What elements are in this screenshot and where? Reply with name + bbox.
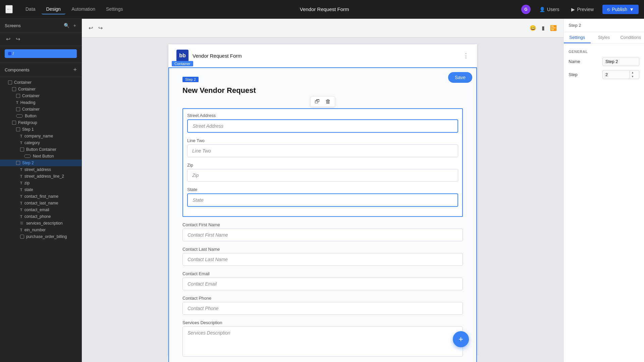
publish-label: Publish	[612, 7, 627, 12]
tree-item-heading[interactable]: T Heading	[0, 99, 82, 106]
screens-section: /	[0, 46, 82, 63]
tree-item-category[interactable]: T category	[0, 139, 82, 146]
tree-item-container-1[interactable]: Container	[0, 86, 82, 93]
field-line-two: Line Two Line Two	[187, 138, 458, 157]
tree-item-container-2[interactable]: Container	[0, 93, 82, 99]
tree-item-purchase-order-billing[interactable]: purchase_order_billing	[0, 233, 82, 240]
device-buttons: 😀 ▮ 📴	[528, 23, 558, 33]
undo-button[interactable]: ↩	[5, 35, 12, 43]
contact-email-label: Contact Email	[182, 271, 463, 276]
duplicate-icon[interactable]: 🗗	[313, 98, 321, 105]
tree-item-company-name[interactable]: T company_name	[0, 133, 82, 139]
tree-item-contact-first-name[interactable]: T contact_first_name	[0, 193, 82, 200]
tree-item-services-description[interactable]: ☰ services_description	[0, 220, 82, 227]
text-icon: T	[16, 101, 18, 105]
canvas-toolbar: ↩ ↪ 😀 ▮ 📴	[82, 19, 564, 38]
tree-label: Step 2	[22, 161, 34, 165]
canvas-toolbar-undo: ↩ ↪	[0, 33, 82, 46]
check-icon	[20, 235, 24, 239]
nav-tab-data[interactable]: Data	[21, 4, 40, 14]
services-description-label: Services Description	[182, 320, 463, 325]
tablet-view-button[interactable]: ▮	[540, 23, 546, 33]
tree-item-street-address[interactable]: T street_address	[0, 166, 82, 173]
tree-item-container-0[interactable]: Container	[0, 79, 82, 86]
save-button[interactable]: Save	[448, 72, 472, 83]
undo-button[interactable]: ↩	[87, 23, 94, 33]
tree-label: purchase_order_billing	[26, 234, 67, 239]
text-icon: T	[20, 215, 22, 219]
contact-email-input[interactable]: Contact Email	[182, 278, 463, 290]
nav-tab-automation[interactable]: Automation	[67, 4, 100, 14]
tree-item-state[interactable]: T state	[0, 186, 82, 193]
component-tree: Container Container Container T Heading …	[0, 77, 82, 362]
fab-add-button[interactable]: +	[453, 331, 469, 347]
form-header: bb Vendor Request Form ⋮	[168, 44, 477, 67]
publish-button[interactable]: ⎋ Publish ▼	[602, 5, 639, 14]
form-main-heading: New Vendor Request	[182, 86, 256, 95]
state-input[interactable]: State	[187, 193, 458, 207]
text-icon: T	[20, 134, 22, 138]
form-logo: bb	[176, 50, 189, 62]
tab-conditions[interactable]: Conditions	[617, 32, 644, 43]
tab-styles[interactable]: Styles	[591, 32, 618, 43]
contact-last-name-input[interactable]: Contact Last Name	[182, 253, 463, 266]
tree-item-fieldgroup[interactable]: Fieldgroup	[0, 119, 82, 126]
screen-item-root[interactable]: /	[5, 49, 77, 58]
step-decrement-button[interactable]: ▼	[630, 75, 635, 79]
step-icon	[16, 161, 20, 165]
nav-tab-design[interactable]: Design	[42, 4, 66, 14]
tree-item-ein-number[interactable]: T ein_number	[0, 227, 82, 233]
tab-settings[interactable]: Settings	[564, 32, 591, 43]
redo-button[interactable]: ↪	[97, 23, 104, 33]
form-body: Step 2 New Vendor Request Save Street Ad…	[168, 67, 477, 362]
box-icon	[16, 94, 20, 98]
tree-item-step1[interactable]: Step 1	[0, 126, 82, 133]
tree-item-next-button[interactable]: Next Button	[0, 153, 82, 160]
contact-phone-input[interactable]: Contact Phone	[182, 302, 463, 315]
users-button[interactable]: 👤 Users	[536, 5, 563, 14]
field-state: State State	[187, 187, 458, 207]
services-description-input[interactable]: Services Description	[182, 326, 463, 357]
main-layout: Screens 🔍 + ↩ ↪ / Components + Container	[0, 19, 644, 362]
text-icon: T	[20, 174, 22, 178]
tree-item-zip[interactable]: T zip	[0, 180, 82, 186]
delete-icon[interactable]: 🗑	[324, 98, 332, 105]
add-screen-icon[interactable]: +	[73, 22, 77, 29]
step-icon	[16, 127, 20, 131]
contact-first-name-input[interactable]: Contact First Name	[182, 229, 463, 241]
tree-item-contact-phone[interactable]: T contact_phone	[0, 213, 82, 220]
users-icon: 👤	[539, 7, 545, 12]
field-toolbar: 🗗 🗑	[310, 96, 335, 107]
redo-button[interactable]: ↪	[14, 35, 21, 43]
contact-first-name-label: Contact First Name	[182, 222, 463, 227]
tree-item-street-address-line2[interactable]: T street_address_line_2	[0, 173, 82, 180]
tree-item-step2[interactable]: Step 2	[0, 160, 82, 166]
line-two-input[interactable]: Line Two	[187, 144, 458, 157]
tree-item-contact-email[interactable]: T contact_email	[0, 206, 82, 213]
tree-label: contact_email	[24, 207, 49, 212]
tree-item-container-3[interactable]: Container	[0, 106, 82, 113]
container-label-badge: Container	[172, 60, 193, 66]
step-value-input[interactable]	[603, 70, 630, 79]
preview-button[interactable]: ▶ Preview	[568, 5, 597, 14]
nav-tab-settings[interactable]: Settings	[101, 4, 128, 14]
right-sidebar-tabs: Settings Styles Conditions	[564, 32, 644, 44]
users-label: Users	[547, 7, 559, 12]
text-icon: T	[20, 168, 22, 172]
step-increment-button[interactable]: ▲	[630, 71, 635, 75]
name-field-input[interactable]	[602, 57, 639, 66]
search-icon[interactable]: 🔍	[63, 22, 70, 29]
tree-item-contact-last-name[interactable]: T contact_last_name	[0, 200, 82, 206]
back-button[interactable]: ←	[5, 5, 13, 13]
add-component-button[interactable]: +	[73, 66, 77, 73]
tree-item-button-container[interactable]: Button Container	[0, 146, 82, 153]
zip-input[interactable]: Zip	[187, 169, 458, 182]
components-label: Components	[5, 67, 30, 72]
mobile-view-button[interactable]: 📴	[549, 23, 558, 33]
tree-item-button[interactable]: Button	[0, 113, 82, 119]
dots-menu-icon[interactable]: ⋮	[463, 52, 469, 59]
street-address-input[interactable]: Street Address	[187, 119, 458, 133]
desktop-view-button[interactable]: 😀	[528, 23, 538, 33]
tree-label: Container	[14, 80, 32, 85]
left-sidebar: Screens 🔍 + ↩ ↪ / Components + Container	[0, 19, 82, 362]
